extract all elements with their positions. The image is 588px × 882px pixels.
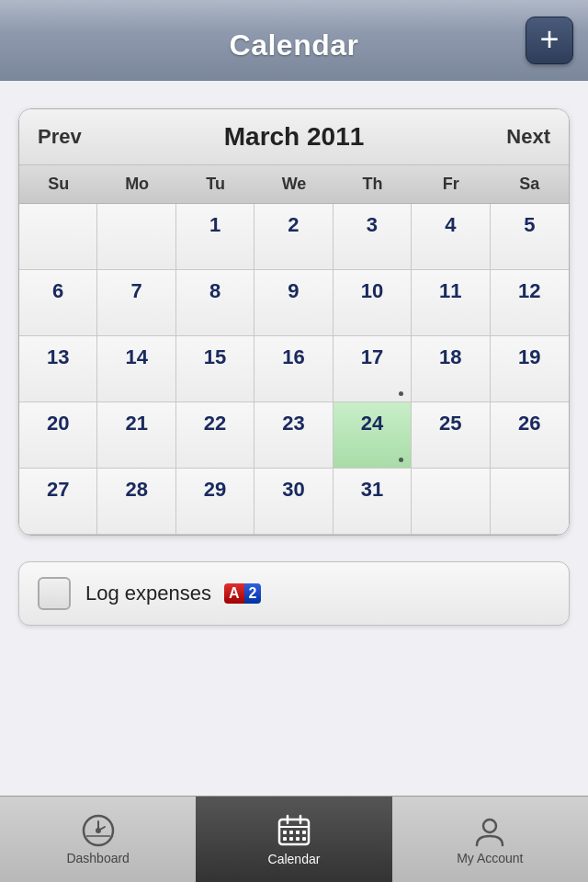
day-names-row: Su Mo Tu We Th Fr Sa <box>19 165 569 204</box>
calendar-icon <box>277 813 311 848</box>
day-mo: Mo <box>97 165 175 203</box>
tab-myaccount[interactable]: My Account <box>392 797 588 882</box>
log-expenses-label: Log expenses A2 <box>85 582 261 605</box>
account-icon <box>473 814 506 847</box>
table-row[interactable]: 17 <box>334 336 412 402</box>
svg-rect-15 <box>296 837 300 841</box>
svg-rect-9 <box>283 831 287 834</box>
day-tu: Tu <box>176 165 254 203</box>
day-fr: Fr <box>412 165 490 203</box>
table-row[interactable]: 19 <box>491 336 569 402</box>
table-row[interactable] <box>491 469 569 535</box>
month-title: March 2011 <box>224 122 365 152</box>
day-su: Su <box>19 165 97 203</box>
header: Calendar + <box>0 0 588 81</box>
svg-rect-10 <box>289 831 293 834</box>
dashboard-icon <box>82 814 115 847</box>
table-row[interactable]: 1 <box>176 204 254 270</box>
table-row[interactable]: 20 <box>19 402 97 469</box>
a-badge-letter: A <box>224 583 244 604</box>
table-row[interactable]: 10 <box>334 270 412 336</box>
log-expenses-checkbox[interactable] <box>38 577 71 610</box>
main-content: Prev March 2011 Next Su Mo Tu We Th Fr S… <box>0 81 588 626</box>
table-row[interactable]: 7 <box>97 270 175 336</box>
table-row[interactable]: 27 <box>19 469 97 535</box>
add-button[interactable]: + <box>526 17 573 64</box>
calendar-container: Prev March 2011 Next Su Mo Tu We Th Fr S… <box>18 108 570 536</box>
table-row[interactable]: 14 <box>97 336 175 402</box>
tab-bar: Dashboard Calendar My Account <box>0 796 588 882</box>
table-row[interactable]: 21 <box>97 402 175 469</box>
table-row[interactable]: 25 <box>412 402 490 469</box>
table-row[interactable]: 22 <box>176 402 254 469</box>
event-dot <box>399 458 403 462</box>
svg-rect-11 <box>296 831 300 834</box>
table-row[interactable]: 18 <box>412 336 490 402</box>
svg-rect-14 <box>289 837 293 841</box>
table-row[interactable] <box>19 204 97 270</box>
day-we: We <box>254 165 333 203</box>
tab-dashboard-label: Dashboard <box>66 851 130 865</box>
tab-calendar-label: Calendar <box>268 852 321 866</box>
event-dot <box>399 391 403 396</box>
header-title: Calendar <box>230 28 359 62</box>
tab-dashboard[interactable]: Dashboard <box>0 797 196 882</box>
table-row[interactable]: 31 <box>334 469 412 535</box>
day-th: Th <box>334 165 412 203</box>
table-row[interactable]: 11 <box>412 270 490 336</box>
table-row[interactable]: 6 <box>19 270 97 336</box>
table-row[interactable]: 23 <box>254 402 333 469</box>
table-row[interactable]: 12 <box>491 270 569 336</box>
table-row[interactable]: 2 <box>254 204 333 270</box>
table-row[interactable]: 16 <box>254 336 333 402</box>
calendar-nav-row: Prev March 2011 Next <box>19 109 569 165</box>
svg-rect-13 <box>283 837 287 841</box>
today-cell[interactable]: 24 <box>334 402 412 469</box>
table-row[interactable]: 3 <box>334 204 412 270</box>
table-row[interactable]: 13 <box>19 336 97 402</box>
table-row[interactable] <box>412 469 490 535</box>
table-row[interactable]: 4 <box>412 204 490 270</box>
tab-calendar[interactable]: Calendar <box>196 797 391 882</box>
tab-myaccount-label: My Account <box>457 851 523 865</box>
a2-badge: A2 <box>224 583 261 604</box>
a-badge-number: 2 <box>244 583 262 604</box>
next-button[interactable]: Next <box>506 125 550 149</box>
log-expenses-text: Log expenses <box>85 582 211 605</box>
day-sa: Sa <box>491 165 569 203</box>
table-row[interactable]: 15 <box>176 336 254 402</box>
prev-button[interactable]: Prev <box>38 125 82 149</box>
svg-point-17 <box>483 820 496 832</box>
table-row[interactable]: 26 <box>491 402 569 469</box>
svg-rect-12 <box>302 831 306 834</box>
log-expenses-row: Log expenses A2 <box>18 561 570 626</box>
table-row[interactable]: 8 <box>176 270 254 336</box>
table-row[interactable]: 29 <box>176 469 254 535</box>
table-row[interactable] <box>97 204 175 270</box>
calendar-grid: 1 2 3 4 5 6 7 8 9 10 11 12 13 14 15 16 1… <box>19 204 569 535</box>
svg-rect-16 <box>302 837 306 841</box>
table-row[interactable]: 5 <box>491 204 569 270</box>
plus-icon: + <box>539 23 559 56</box>
table-row[interactable]: 9 <box>254 270 333 336</box>
table-row[interactable]: 30 <box>254 469 333 535</box>
table-row[interactable]: 28 <box>97 469 175 535</box>
